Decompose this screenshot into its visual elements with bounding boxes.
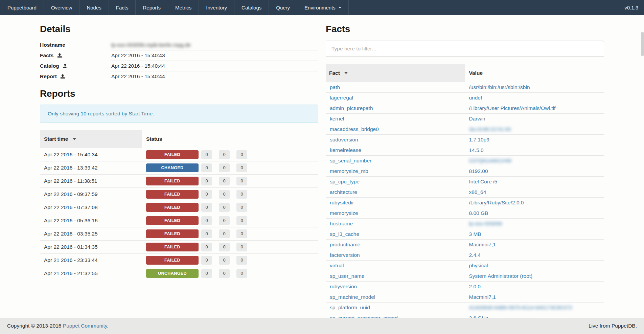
fact-value-link[interactable]: 2.0.0 [469,284,481,289]
nav-item-facts[interactable]: Facts [109,0,136,15]
status-badge: UNCHANGED [146,269,199,278]
report-start-time: Apr 22 2016 - 11:38:51 [40,175,142,188]
fact-value-link[interactable]: /Library/Ruby/Site/2.0.0 [469,200,524,205]
event-count: 0 [236,177,247,185]
fact-name-link[interactable]: path [330,84,340,90]
fact-name-link[interactable]: virtual [330,263,344,268]
reports-header-status[interactable]: Status [142,130,318,148]
report-row: Apr 22 2016 - 15:40:34 FAILED 0 0 0 [40,148,318,161]
status-badge: FAILED [146,229,199,238]
fact-name-link[interactable]: kernel [330,116,344,121]
fact-header-label: Fact [329,70,340,76]
fact-name-link[interactable]: sp_user_name [330,273,365,279]
event-count: 0 [236,203,247,212]
main-content: Details Hostname lp-osx-003056.mpib-berl… [40,15,604,323]
fact-name-link[interactable]: sp_l3_cache [330,231,359,237]
fact-row: path /usr/bin:/bin:/usr/sbin:/sbin [326,82,604,93]
fact-value-link[interactable]: /usr/bin:/bin:/usr/sbin:/sbin [469,84,530,90]
fact-value-link[interactable]: x86_64 [469,189,486,195]
event-count: 0 [201,203,212,212]
fact-value-link[interactable]: 1.7.10p9 [469,137,489,142]
facts-header-value[interactable]: Value [465,64,604,82]
fact-name-link[interactable]: admin_picturepath [330,105,373,111]
fact-value-link[interactable]: C07QN1A6G1HW [469,158,512,163]
facts-filter-input[interactable] [326,41,604,57]
report-start-time: Apr 22 2016 - 09:37:59 [40,188,142,201]
nav-item-nodes[interactable]: Nodes [79,0,109,15]
fact-name-link[interactable]: memorysize_mb [330,168,368,174]
fact-row: virtual physical [326,261,604,271]
report-start-time: Apr 22 2016 - 01:34:35 [40,241,142,254]
nav-item-overview[interactable]: Overview [44,0,80,15]
fact-value-link[interactable]: 3 MB [469,231,481,237]
status-badge: FAILED [146,190,199,199]
report-row: Apr 22 2016 - 05:36:16 FAILED 0 0 0 [40,214,318,227]
fact-name-link[interactable]: macaddress_bridge0 [330,126,379,132]
upload-icon[interactable] [63,63,68,68]
fact-name-link[interactable]: sp_cpu_type [330,179,360,184]
status-badge: FAILED [146,216,199,225]
fact-value-link[interactable]: Macmini7,1 [469,242,496,247]
fact-value-link[interactable]: 8.00 GB [469,210,488,216]
fact-value-link[interactable]: /Library/User Pictures/Animals/Owl.tif [469,105,556,111]
fact-value-link[interactable]: 14.5.0 [469,147,484,153]
fact-name-link[interactable]: sp_platform_uuid [330,305,370,310]
fact-row: sudoversion 1.7.10p9 [326,135,604,145]
event-count: 0 [201,229,212,238]
facts-header-row: Fact Value [326,64,604,82]
fact-name-link[interactable]: productname [330,242,360,247]
nav-brand-puppetboard[interactable]: Puppetboard [0,0,44,15]
reports-info-text: Only showing 10 reports sorted by Start … [48,111,154,116]
fact-value-link[interactable]: Darwin [469,116,485,121]
report-row: Apr 21 2016 - 21:32:55 UNCHANGED 0 0 0 [40,267,318,280]
event-count: 0 [219,216,230,225]
fact-name-link[interactable]: sudoversion [330,137,358,142]
fact-name-link[interactable]: sp_serial_number [330,158,371,163]
nav-item-query[interactable]: Query [269,0,297,15]
puppetdb-status-text: Live from PuppetDB. [589,323,637,329]
facts-sort-header-fact[interactable]: Fact [326,64,465,82]
nav-item-reports[interactable]: Reports [136,0,168,15]
fact-name-link[interactable]: kernelrelease [330,147,361,153]
fact-name-link[interactable]: rubysitedir [330,200,354,205]
chevron-down-icon [339,7,341,8]
brand-label: Puppetboard [7,5,37,10]
fact-value-link[interactable]: System Administrator (root) [469,273,533,279]
start-time-header-label: Start time [44,136,68,142]
fact-name-link[interactable]: lagerregal [330,95,353,101]
status-badge: FAILED [146,243,199,251]
fact-value-link[interactable]: Intel Core i5 [469,179,498,184]
fact-row: sp_cpu_type Intel Core i5 [326,177,604,187]
detail-label: Catalog [40,63,59,69]
puppet-community-link[interactable]: Puppet Community [63,323,107,329]
reports-sort-header-start-time[interactable]: Start time [40,130,142,148]
fact-name-link[interactable]: hostname [330,221,353,226]
fact-name-link[interactable]: rubyversion [330,284,357,289]
nav-item-metrics[interactable]: Metrics [168,0,199,15]
nav-item-environments[interactable]: Environments [297,0,349,15]
event-count: 0 [219,177,230,185]
fact-row: rubysitedir /Library/Ruby/Site/2.0.0 [326,198,604,208]
fact-value-link[interactable]: 8192.00 [469,168,488,174]
upload-icon[interactable] [57,53,62,58]
fact-value-link[interactable]: undef [469,95,482,101]
report-start-time: Apr 22 2016 - 05:36:16 [40,214,142,227]
nav-item-catalogs[interactable]: Catalogs [234,0,269,15]
scrollbar-thumb[interactable] [641,32,644,56]
fact-name-link[interactable]: memorysize [330,210,358,216]
detail-row: Report Apr 22 2016 - 15:40:44 [40,71,318,82]
fact-name-link[interactable]: architecture [330,189,357,195]
event-count: 0 [219,150,230,159]
fact-value-link[interactable]: lp-osx-003056 [469,221,502,226]
fact-name-link[interactable]: facterversion [330,252,360,258]
fact-value-link[interactable]: Macmini7,1 [469,294,496,300]
fact-value-link[interactable]: 3a:c9:86:22:01:00 [469,126,511,132]
app-version: v0.1.3 [619,0,644,15]
fact-name-link[interactable]: sp_machine_model [330,294,375,300]
upload-icon[interactable] [60,74,65,79]
fact-value-link[interactable]: physical [469,263,488,268]
fact-value-link[interactable]: 41A00640-64B6-5970-8114-0A5173C9C072 [469,305,573,310]
fact-value-link[interactable]: 2.4.4 [469,252,481,258]
fact-row: productname Macmini7,1 [326,240,604,250]
nav-item-inventory[interactable]: Inventory [199,0,234,15]
